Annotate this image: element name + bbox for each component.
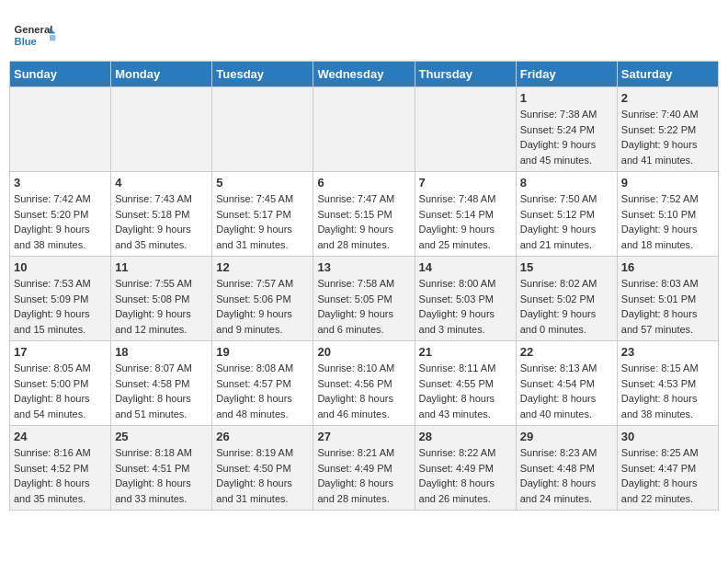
day-info: Sunrise: 7:47 AMSunset: 5:15 PMDaylight:… <box>317 191 410 252</box>
day-number: 4 <box>115 176 208 190</box>
day-number: 6 <box>317 176 410 190</box>
day-info: Sunrise: 8:02 AMSunset: 5:02 PMDaylight:… <box>520 276 613 337</box>
day-number: 30 <box>621 430 714 443</box>
day-number: 23 <box>621 345 714 359</box>
day-info: Sunrise: 8:23 AMSunset: 4:48 PMDaylight:… <box>520 445 613 506</box>
day-info: Sunrise: 8:00 AMSunset: 5:03 PMDaylight:… <box>419 276 512 337</box>
day-number: 9 <box>621 176 714 190</box>
svg-text:Blue: Blue <box>15 36 37 47</box>
day-cell-11: 11Sunrise: 7:55 AMSunset: 5:08 PMDayligh… <box>111 257 212 341</box>
svg-text:General: General <box>15 24 53 35</box>
day-number: 26 <box>216 430 309 443</box>
day-info: Sunrise: 8:15 AMSunset: 4:53 PMDaylight:… <box>621 361 714 421</box>
day-info: Sunrise: 7:52 AMSunset: 5:10 PMDaylight:… <box>621 191 714 252</box>
day-number: 16 <box>621 260 714 274</box>
header-row: SundayMondayTuesdayWednesdayThursdayFrid… <box>10 62 719 87</box>
day-info: Sunrise: 8:13 AMSunset: 4:54 PMDaylight:… <box>520 361 613 421</box>
day-number: 2 <box>621 91 714 105</box>
day-cell-26: 26Sunrise: 8:19 AMSunset: 4:50 PMDayligh… <box>212 426 313 511</box>
day-number: 11 <box>115 260 208 274</box>
day-cell-16: 16Sunrise: 8:03 AMSunset: 5:01 PMDayligh… <box>617 257 718 341</box>
day-cell-14: 14Sunrise: 8:00 AMSunset: 5:03 PMDayligh… <box>415 257 516 341</box>
day-number: 15 <box>520 260 613 274</box>
day-cell-3: 3Sunrise: 7:42 AMSunset: 5:20 PMDaylight… <box>10 172 111 257</box>
calendar-table: SundayMondayTuesdayWednesdayThursdayFrid… <box>9 61 719 511</box>
day-info: Sunrise: 8:05 AMSunset: 5:00 PMDaylight:… <box>14 361 107 421</box>
day-cell-1: 1Sunrise: 7:38 AMSunset: 5:24 PMDaylight… <box>516 87 617 172</box>
day-info: Sunrise: 7:43 AMSunset: 5:18 PMDaylight:… <box>115 191 208 252</box>
empty-cell <box>111 87 212 172</box>
day-cell-10: 10Sunrise: 7:53 AMSunset: 5:09 PMDayligh… <box>10 257 111 341</box>
day-info: Sunrise: 8:19 AMSunset: 4:50 PMDaylight:… <box>216 445 309 506</box>
day-number: 8 <box>520 176 613 190</box>
day-number: 21 <box>419 345 512 359</box>
day-number: 18 <box>115 345 208 359</box>
day-number: 1 <box>520 91 613 105</box>
header-cell-thursday: Thursday <box>415 62 516 87</box>
day-number: 27 <box>317 430 410 443</box>
day-cell-29: 29Sunrise: 8:23 AMSunset: 4:48 PMDayligh… <box>516 426 617 511</box>
day-number: 7 <box>419 176 512 190</box>
day-info: Sunrise: 8:10 AMSunset: 4:56 PMDaylight:… <box>317 361 410 421</box>
day-cell-9: 9Sunrise: 7:52 AMSunset: 5:10 PMDaylight… <box>617 172 718 257</box>
day-number: 24 <box>14 430 107 443</box>
day-number: 12 <box>216 260 309 274</box>
day-number: 5 <box>216 176 309 190</box>
day-info: Sunrise: 7:42 AMSunset: 5:20 PMDaylight:… <box>14 191 107 252</box>
week-row-1: 1Sunrise: 7:38 AMSunset: 5:24 PMDaylight… <box>10 87 719 172</box>
header-cell-tuesday: Tuesday <box>212 62 313 87</box>
svg-marker-3 <box>50 35 55 40</box>
day-info: Sunrise: 7:58 AMSunset: 5:05 PMDaylight:… <box>317 276 410 337</box>
day-info: Sunrise: 7:55 AMSunset: 5:08 PMDaylight:… <box>115 276 208 337</box>
day-info: Sunrise: 7:38 AMSunset: 5:24 PMDaylight:… <box>520 107 613 167</box>
day-cell-18: 18Sunrise: 8:07 AMSunset: 4:58 PMDayligh… <box>111 341 212 426</box>
day-number: 19 <box>216 345 309 359</box>
week-row-3: 10Sunrise: 7:53 AMSunset: 5:09 PMDayligh… <box>10 257 719 341</box>
header-cell-sunday: Sunday <box>10 62 111 87</box>
day-cell-22: 22Sunrise: 8:13 AMSunset: 4:54 PMDayligh… <box>516 341 617 426</box>
day-number: 22 <box>520 345 613 359</box>
header-cell-wednesday: Wednesday <box>313 62 415 87</box>
header-cell-friday: Friday <box>516 62 617 87</box>
day-cell-24: 24Sunrise: 8:16 AMSunset: 4:52 PMDayligh… <box>10 426 111 511</box>
empty-cell <box>415 87 516 172</box>
logo: General Blue <box>13 17 57 53</box>
day-cell-6: 6Sunrise: 7:47 AMSunset: 5:15 PMDaylight… <box>313 172 415 257</box>
day-number: 17 <box>14 345 107 359</box>
week-row-4: 17Sunrise: 8:05 AMSunset: 5:00 PMDayligh… <box>10 341 719 426</box>
day-cell-5: 5Sunrise: 7:45 AMSunset: 5:17 PMDaylight… <box>212 172 313 257</box>
day-info: Sunrise: 8:16 AMSunset: 4:52 PMDaylight:… <box>14 445 107 506</box>
week-row-2: 3Sunrise: 7:42 AMSunset: 5:20 PMDaylight… <box>10 172 719 257</box>
day-cell-19: 19Sunrise: 8:08 AMSunset: 4:57 PMDayligh… <box>212 341 313 426</box>
day-info: Sunrise: 8:08 AMSunset: 4:57 PMDaylight:… <box>216 361 309 421</box>
day-cell-27: 27Sunrise: 8:21 AMSunset: 4:49 PMDayligh… <box>313 426 415 511</box>
day-cell-20: 20Sunrise: 8:10 AMSunset: 4:56 PMDayligh… <box>313 341 415 426</box>
day-info: Sunrise: 8:03 AMSunset: 5:01 PMDaylight:… <box>621 276 714 337</box>
day-number: 10 <box>14 260 107 274</box>
day-cell-23: 23Sunrise: 8:15 AMSunset: 4:53 PMDayligh… <box>617 341 718 426</box>
day-info: Sunrise: 8:25 AMSunset: 4:47 PMDaylight:… <box>621 445 714 506</box>
day-number: 28 <box>419 430 512 443</box>
day-cell-17: 17Sunrise: 8:05 AMSunset: 5:00 PMDayligh… <box>10 341 111 426</box>
day-info: Sunrise: 8:21 AMSunset: 4:49 PMDaylight:… <box>317 445 410 506</box>
day-info: Sunrise: 7:48 AMSunset: 5:14 PMDaylight:… <box>419 191 512 252</box>
day-info: Sunrise: 7:57 AMSunset: 5:06 PMDaylight:… <box>216 276 309 337</box>
day-info: Sunrise: 8:22 AMSunset: 4:49 PMDaylight:… <box>419 445 512 506</box>
day-info: Sunrise: 8:18 AMSunset: 4:51 PMDaylight:… <box>115 445 208 506</box>
day-number: 29 <box>520 430 613 443</box>
week-row-5: 24Sunrise: 8:16 AMSunset: 4:52 PMDayligh… <box>10 426 719 511</box>
day-cell-30: 30Sunrise: 8:25 AMSunset: 4:47 PMDayligh… <box>617 426 718 511</box>
day-number: 25 <box>115 430 208 443</box>
day-number: 20 <box>317 345 410 359</box>
day-cell-2: 2Sunrise: 7:40 AMSunset: 5:22 PMDaylight… <box>617 87 718 172</box>
day-info: Sunrise: 7:53 AMSunset: 5:09 PMDaylight:… <box>14 276 107 337</box>
header-cell-saturday: Saturday <box>617 62 718 87</box>
day-number: 13 <box>317 260 410 274</box>
day-cell-25: 25Sunrise: 8:18 AMSunset: 4:51 PMDayligh… <box>111 426 212 511</box>
day-cell-7: 7Sunrise: 7:48 AMSunset: 5:14 PMDaylight… <box>415 172 516 257</box>
empty-cell <box>10 87 111 172</box>
day-cell-21: 21Sunrise: 8:11 AMSunset: 4:55 PMDayligh… <box>415 341 516 426</box>
empty-cell <box>212 87 313 172</box>
logo-svg: General Blue <box>13 17 57 53</box>
day-cell-13: 13Sunrise: 7:58 AMSunset: 5:05 PMDayligh… <box>313 257 415 341</box>
